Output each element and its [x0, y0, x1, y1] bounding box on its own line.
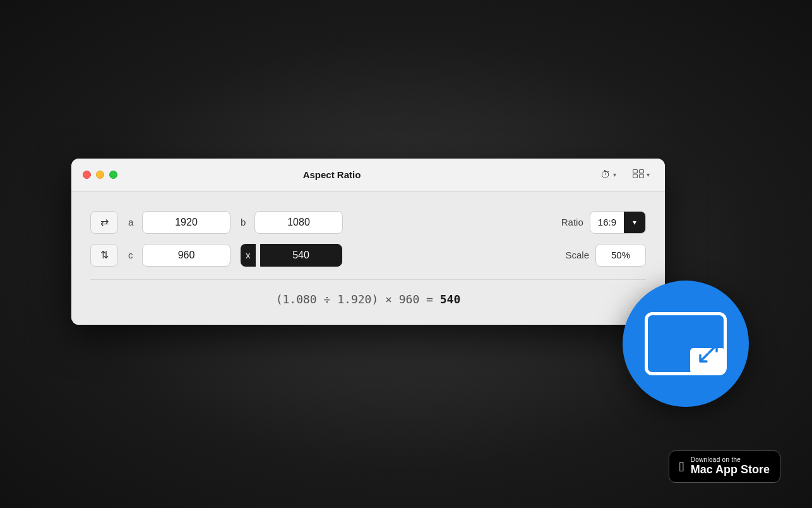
app-store-badge[interactable]:  Download on the Mac App Store: [669, 451, 780, 483]
badge-download-label: Download on the: [691, 456, 770, 463]
svg-rect-0: [633, 169, 638, 173]
badge-store-name: Mac App Store: [691, 463, 770, 477]
formula-result: 540: [440, 293, 461, 306]
field-x-label: x: [241, 244, 256, 267]
ratio-value: 16:9: [590, 217, 624, 227]
svg-rect-1: [640, 169, 644, 173]
field-c-label: c: [128, 250, 137, 260]
scale-input[interactable]: [595, 244, 646, 267]
field-c-input[interactable]: [142, 244, 230, 267]
window-title: Aspect Ratio: [67, 169, 597, 180]
field-b-label: b: [241, 217, 249, 227]
ratio-dropdown-button[interactable]: ▾: [624, 211, 645, 234]
field-a-group: a: [128, 211, 230, 234]
scale-section: Scale: [565, 244, 646, 267]
window-content: ⇄ a b Ratio 16:9 ▾: [71, 192, 665, 325]
ratio-select[interactable]: 16:9 ▾: [590, 211, 646, 234]
field-b-group: b: [241, 211, 343, 234]
svg-rect-2: [633, 174, 638, 178]
layout-icon: [633, 169, 644, 181]
field-a-input[interactable]: [142, 211, 230, 234]
sort-button[interactable]: ⇅: [90, 244, 118, 267]
sort-icon: ⇅: [100, 249, 109, 261]
field-x-group: x: [241, 244, 342, 267]
field-a-label: a: [128, 217, 137, 227]
history-icon: ⏱: [600, 169, 611, 181]
app-icon: [623, 281, 749, 407]
field-c-group: c: [128, 244, 230, 267]
field-b-input[interactable]: [254, 211, 343, 234]
titlebar-actions: ⏱ ▾ ▾: [597, 167, 654, 183]
app-icon-frame: [645, 312, 727, 375]
swap-icon: ⇄: [100, 216, 109, 228]
formula-display: (1.080 ÷ 1.920) × 960 = 540: [276, 293, 461, 306]
titlebar: Aspect Ratio ⏱ ▾ ▾: [71, 159, 665, 192]
apple-logo-icon: : [679, 460, 684, 474]
badge-text: Download on the Mac App Store: [691, 456, 770, 477]
layout-chevron-icon: ▾: [647, 171, 650, 178]
swap-button[interactable]: ⇄: [90, 211, 118, 234]
app-icon-container: [623, 281, 749, 407]
svg-rect-3: [640, 174, 644, 178]
row-bottom: ⇅ c x Scale: [90, 244, 646, 267]
formula-row: (1.080 ÷ 1.920) × 960 = 540: [90, 279, 646, 306]
ratio-section: Ratio 16:9 ▾: [561, 211, 646, 234]
ratio-label: Ratio: [561, 217, 583, 227]
app-window: Aspect Ratio ⏱ ▾ ▾: [71, 159, 665, 325]
layout-button[interactable]: ▾: [629, 167, 654, 183]
resize-arrow-icon: [696, 341, 720, 369]
scale-label: Scale: [565, 250, 589, 260]
history-button[interactable]: ⏱ ▾: [597, 167, 620, 183]
ratio-chevron-icon: ▾: [633, 218, 636, 227]
history-chevron-icon: ▾: [613, 171, 616, 178]
row-top: ⇄ a b Ratio 16:9 ▾: [90, 211, 646, 234]
field-x-input[interactable]: [260, 244, 342, 267]
